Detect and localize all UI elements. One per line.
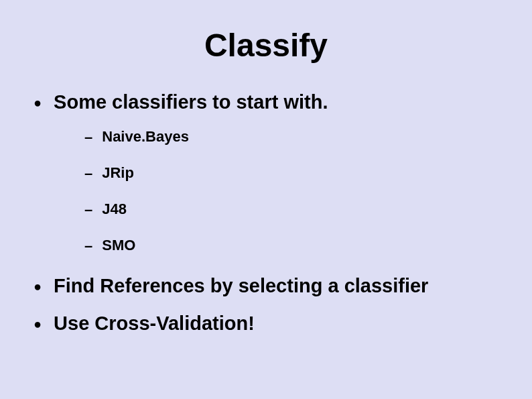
list-item-text: Use Cross-Validation! [54, 312, 255, 335]
dash-icon: – [84, 130, 92, 145]
slide-title: Classify [0, 27, 532, 64]
list-item: ● Some classifiers to start with. [34, 91, 532, 114]
list-item-text: Some classifiers to start with. [54, 91, 328, 114]
bullet-icon: ● [34, 96, 42, 109]
list-item-text: Find References by selecting a classifie… [54, 274, 428, 298]
main-list: ● Find References by selecting a classif… [0, 274, 532, 336]
dash-icon: – [84, 239, 92, 253]
list-item: ● Use Cross-Validation! [34, 312, 532, 335]
slide: Classify ● Some classifiers to start wit… [0, 0, 532, 399]
sub-list-item: – Naive.Bayes [84, 129, 532, 145]
sub-list: – Naive.Bayes – JRip – J48 – SMO [0, 129, 532, 254]
sub-list-item-text: Naive.Bayes [102, 129, 189, 145]
sub-list-item-text: J48 [102, 201, 127, 217]
bullet-icon: ● [34, 317, 42, 331]
list-item: ● Find References by selecting a classif… [34, 274, 532, 298]
sub-list-item: – J48 [84, 201, 532, 217]
sub-list-item: – JRip [84, 165, 532, 181]
sub-list-item-text: JRip [102, 165, 134, 181]
dash-icon: – [84, 166, 92, 181]
bullet-icon: ● [34, 280, 42, 293]
main-list: ● Some classifiers to start with. [0, 91, 532, 114]
dash-icon: – [84, 203, 92, 217]
sub-list-item-text: SMO [102, 237, 135, 253]
sub-list-item: – SMO [84, 237, 532, 253]
